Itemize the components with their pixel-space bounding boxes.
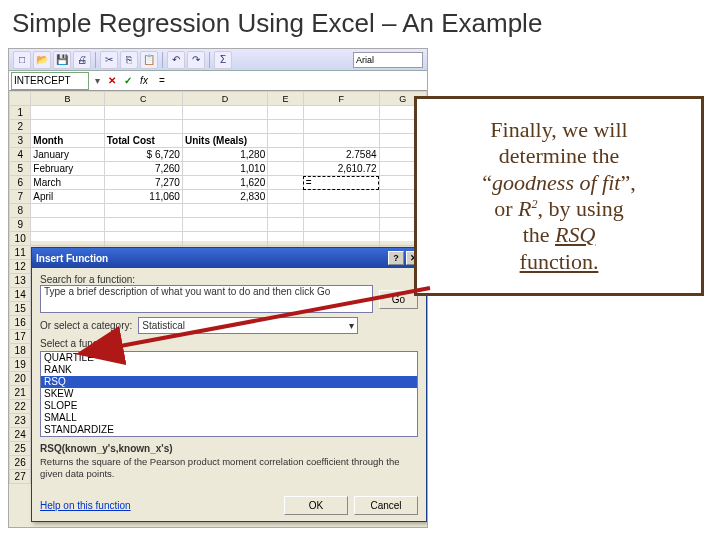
list-item[interactable]: RANK xyxy=(41,364,417,376)
new-icon[interactable]: □ xyxy=(13,51,31,69)
column-header[interactable] xyxy=(10,92,31,106)
row-header[interactable]: 4 xyxy=(10,148,31,162)
row-header[interactable]: 8 xyxy=(10,204,31,218)
cell[interactable]: Total Cost xyxy=(104,134,182,148)
open-icon[interactable]: 📂 xyxy=(33,51,51,69)
name-box[interactable]: INTERCEPT xyxy=(11,72,89,90)
cell[interactable]: $ 6,720 xyxy=(104,148,182,162)
row-header[interactable]: 9 xyxy=(10,218,31,232)
cell[interactable] xyxy=(268,106,304,120)
row-header[interactable]: 13 xyxy=(10,274,31,288)
cell[interactable]: 11,060 xyxy=(104,190,182,204)
cell[interactable] xyxy=(104,120,182,134)
row-header[interactable]: 23 xyxy=(10,414,31,428)
cell[interactable]: April xyxy=(31,190,104,204)
category-select[interactable]: Statistical ▾ xyxy=(138,317,358,334)
cell[interactable] xyxy=(31,232,104,246)
cell[interactable]: Units (Meals) xyxy=(182,134,267,148)
paste-icon[interactable]: 📋 xyxy=(140,51,158,69)
row-header[interactable]: 25 xyxy=(10,442,31,456)
cell[interactable] xyxy=(303,120,379,134)
copy-icon[interactable]: ⎘ xyxy=(120,51,138,69)
list-item[interactable]: RSQ xyxy=(41,376,417,388)
search-input[interactable]: Type a brief description of what you wan… xyxy=(40,285,373,313)
cell[interactable]: 7,270 xyxy=(104,176,182,190)
cell[interactable] xyxy=(268,148,304,162)
font-selector[interactable]: Arial xyxy=(353,52,423,68)
cell[interactable] xyxy=(268,190,304,204)
row-header[interactable]: 27 xyxy=(10,470,31,484)
cell[interactable] xyxy=(31,204,104,218)
list-item[interactable]: SMALL xyxy=(41,412,417,424)
row-header[interactable]: 21 xyxy=(10,386,31,400)
cell[interactable] xyxy=(303,204,379,218)
name-box-dropdown-icon[interactable]: ▾ xyxy=(91,75,103,86)
ok-button[interactable]: OK xyxy=(284,496,348,515)
row-header[interactable]: 3 xyxy=(10,134,31,148)
cell[interactable] xyxy=(31,218,104,232)
row-header[interactable]: 12 xyxy=(10,260,31,274)
cell[interactable] xyxy=(104,232,182,246)
cell[interactable]: 2,830 xyxy=(182,190,267,204)
row-header[interactable]: 19 xyxy=(10,358,31,372)
row-header[interactable]: 1 xyxy=(10,106,31,120)
row-header[interactable]: 22 xyxy=(10,400,31,414)
row-header[interactable]: 15 xyxy=(10,302,31,316)
spreadsheet-grid[interactable]: BCDEFG 123MonthTotal CostUnits (Meals)4J… xyxy=(9,91,427,241)
cell[interactable] xyxy=(268,120,304,134)
dialog-titlebar[interactable]: Insert Function ? ✕ xyxy=(32,248,426,268)
cell[interactable] xyxy=(182,218,267,232)
row-header[interactable]: 7 xyxy=(10,190,31,204)
row-header[interactable]: 18 xyxy=(10,344,31,358)
column-header[interactable]: E xyxy=(268,92,304,106)
cell[interactable] xyxy=(268,232,304,246)
column-header[interactable]: C xyxy=(104,92,182,106)
list-item[interactable]: STANDARDIZE xyxy=(41,424,417,436)
fx-icon[interactable]: fx xyxy=(137,74,151,88)
row-header[interactable]: 10 xyxy=(10,232,31,246)
row-header[interactable]: 6 xyxy=(10,176,31,190)
cell[interactable] xyxy=(104,218,182,232)
cell[interactable] xyxy=(303,106,379,120)
cell[interactable] xyxy=(268,134,304,148)
redo-icon[interactable]: ↷ xyxy=(187,51,205,69)
print-icon[interactable]: 🖨 xyxy=(73,51,91,69)
row-header[interactable]: 16 xyxy=(10,316,31,330)
column-header[interactable]: F xyxy=(303,92,379,106)
cell[interactable]: January xyxy=(31,148,104,162)
formula-input[interactable]: = xyxy=(159,75,165,86)
cell[interactable] xyxy=(268,204,304,218)
list-item[interactable]: QUARTILE xyxy=(41,352,417,364)
cancel-icon[interactable]: ✕ xyxy=(105,74,119,88)
row-header[interactable]: 26 xyxy=(10,456,31,470)
cell[interactable] xyxy=(268,162,304,176)
cancel-button[interactable]: Cancel xyxy=(354,496,418,515)
cell[interactable] xyxy=(303,232,379,246)
row-header[interactable]: 14 xyxy=(10,288,31,302)
cell[interactable] xyxy=(31,106,104,120)
cell[interactable] xyxy=(268,218,304,232)
cell[interactable]: Month xyxy=(31,134,104,148)
list-item[interactable]: SKEW xyxy=(41,388,417,400)
cell[interactable]: = xyxy=(303,176,379,190)
row-header[interactable]: 20 xyxy=(10,372,31,386)
list-item[interactable]: SLOPE xyxy=(41,400,417,412)
cell[interactable] xyxy=(303,190,379,204)
row-header[interactable]: 11 xyxy=(10,246,31,260)
cell[interactable] xyxy=(104,204,182,218)
cell[interactable] xyxy=(104,106,182,120)
row-header[interactable]: 2 xyxy=(10,120,31,134)
column-header[interactable]: D xyxy=(182,92,267,106)
cell[interactable]: 1,280 xyxy=(182,148,267,162)
cell[interactable]: 1,620 xyxy=(182,176,267,190)
help-icon[interactable]: ? xyxy=(388,251,404,265)
column-header[interactable]: B xyxy=(31,92,104,106)
cell[interactable]: 2,610.72 xyxy=(303,162,379,176)
help-link[interactable]: Help on this function xyxy=(40,500,131,511)
go-button[interactable]: Go xyxy=(379,290,418,309)
row-header[interactable]: 24 xyxy=(10,428,31,442)
cell[interactable]: March xyxy=(31,176,104,190)
row-header[interactable]: 17 xyxy=(10,330,31,344)
cell[interactable]: 7,260 xyxy=(104,162,182,176)
cell[interactable] xyxy=(182,120,267,134)
